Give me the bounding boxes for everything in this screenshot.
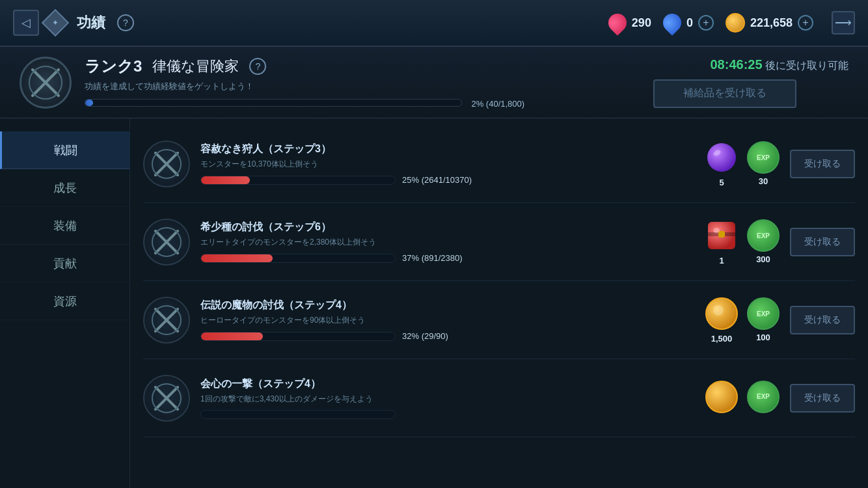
achievement-rewards-1: 5 EXP 30 <box>704 140 780 187</box>
reward-exp-icon-2: EXP <box>747 219 780 252</box>
gold-currency: 221,658 + <box>726 13 813 33</box>
receive-button-3[interactable]: 受け取る <box>790 306 855 334</box>
achievement-info-3: 伝説の魔物の討伐（ステップ4） ヒーロータイプのモンスターを90体以上倒そう 3… <box>200 299 694 341</box>
reward-exp-value-1: 30 <box>759 176 768 186</box>
svg-point-19 <box>713 305 724 316</box>
header: ◁ ✦ 功績 ? 290 0 + 221,658 + <box>0 0 868 47</box>
add-blue-gem-button[interactable]: + <box>698 15 714 31</box>
help-button[interactable]: ? <box>117 14 134 31</box>
progress-text-2: 37% (891/2380) <box>402 253 463 263</box>
diamond-icon: ✦ <box>42 9 69 36</box>
exit-button[interactable]: ⟶ <box>832 11 855 34</box>
rank-banner: ランク3 律儀な冒険家 ? 功績を達成して功績経験値をゲットしよう！ 2% (4… <box>0 47 868 118</box>
page-title: 功績 <box>77 13 105 33</box>
receive-label-3: 受け取る <box>804 314 841 326</box>
back-button[interactable]: ◁ <box>13 10 39 36</box>
add-gold-button[interactable]: + <box>798 15 813 31</box>
rank-timer: 08:46:25 後に受け取り可能 <box>653 57 848 73</box>
timer-value: 08:46:25 <box>710 57 762 72</box>
rank-progress-text: 2% (40/1,800) <box>471 99 524 109</box>
pink-gem-value: 290 <box>632 16 651 30</box>
achievement-title-1: 容赦なき狩人（ステップ3） <box>200 142 694 156</box>
reward-gem-1: 5 <box>704 140 739 187</box>
sidebar-equip-label: 装備 <box>53 218 77 234</box>
receive-button-1[interactable]: 受け取る <box>790 150 855 178</box>
sidebar-item-resource[interactable]: 資源 <box>0 282 129 320</box>
achievement-desc-1: モンスターを10,370体以上倒そう <box>200 159 694 170</box>
reward-chest-icon-2 <box>704 218 739 253</box>
achievement-row-2: 希少種の討伐（ステップ6） エリートタイプのモンスターを2,380体以上倒そう … <box>143 203 855 281</box>
svg-rect-13 <box>718 231 725 237</box>
header-currency: 290 0 + 221,658 + ⟶ <box>608 11 855 34</box>
sidebar-combat-label: 戦闘 <box>54 142 77 158</box>
receive-label-2: 受け取る <box>804 236 841 248</box>
reward-coin-value-3: 1,500 <box>711 334 733 344</box>
svg-point-14 <box>713 228 720 233</box>
receive-button-4[interactable]: 受け取る <box>790 384 855 413</box>
swords-icon-4 <box>150 382 183 414</box>
receive-button-2[interactable]: 受け取る <box>790 228 855 256</box>
sidebar-item-equip[interactable]: 装備 <box>0 207 129 245</box>
achievement-row-4: 会心の一撃（ステップ4） 1回の攻撃で敵に3,430以上のダメージを与えよう <box>143 359 855 437</box>
progress-bar-4 <box>200 410 396 419</box>
reward-exp-2: EXP 300 <box>747 219 780 264</box>
reward-chest-2: 1 <box>704 218 739 265</box>
achievement-title-3: 伝説の魔物の討伐（ステップ4） <box>200 299 694 312</box>
header-left: ◁ ✦ 功績 ? <box>13 10 134 36</box>
reward-exp-4: EXP <box>747 381 780 416</box>
progress-fill-2 <box>201 254 273 262</box>
reward-coin-4 <box>704 379 739 417</box>
rank-subtitle: 功績を達成して功績経験値をゲットしよう！ <box>85 81 640 92</box>
reward-gem-icon-1 <box>704 140 739 175</box>
blue-gem-currency: 0 + <box>663 14 714 32</box>
rank-help-button[interactable]: ? <box>249 58 266 75</box>
gold-value: 221,658 <box>750 16 793 30</box>
help-icon: ? <box>123 18 128 28</box>
main-content: 戦闘 成長 装備 貢献 資源 容赦なき狩人（ステップ3） <box>0 118 868 488</box>
progress-bar-3 <box>200 332 396 341</box>
reward-coin-3: 1,500 <box>704 296 739 344</box>
achievement-rewards-2: 1 EXP 300 <box>704 218 780 265</box>
gold-coin-icon <box>726 13 745 33</box>
rank-name: 律儀な冒険家 <box>152 57 239 76</box>
reward-exp-icon-4: EXP <box>747 381 780 413</box>
achievement-emblem-4 <box>143 375 190 422</box>
svg-point-23 <box>706 381 737 413</box>
achievement-emblem-2 <box>143 219 190 265</box>
reward-exp-1: EXP 30 <box>747 141 780 186</box>
reward-exp-value-2: 300 <box>756 254 770 264</box>
achievement-desc-2: エリートタイプのモンスターを2,380体以上倒そう <box>200 237 694 248</box>
rank-label: ランク3 <box>85 56 142 77</box>
claim-label: 補給品を受け取る <box>683 87 766 100</box>
swords-icon-1 <box>150 148 183 180</box>
achievement-emblem-1 <box>143 141 190 187</box>
achievement-info-2: 希少種の討伐（ステップ6） エリートタイプのモンスターを2,380体以上倒そう … <box>200 221 694 263</box>
achievement-title-2: 希少種の討伐（ステップ6） <box>200 221 694 234</box>
plus-icon: + <box>802 17 808 29</box>
reward-exp-icon-1: EXP <box>747 141 780 174</box>
progress-bar-2 <box>200 254 396 263</box>
progress-bar-1 <box>200 176 396 185</box>
sidebar-contrib-label: 貢献 <box>53 256 77 271</box>
achievement-emblem-3 <box>143 297 190 344</box>
rank-right: 08:46:25 後に受け取り可能 補給品を受け取る <box>653 57 848 108</box>
progress-bar-container-2: 37% (891/2380) <box>200 253 694 263</box>
rank-title-row: ランク3 律儀な冒険家 ? <box>85 56 640 77</box>
achievement-rewards-4: EXP <box>704 379 780 417</box>
sidebar-item-contrib[interactable]: 貢献 <box>0 245 129 282</box>
swords-icon-3 <box>150 304 183 336</box>
achievement-info-1: 容赦なき狩人（ステップ3） モンスターを10,370体以上倒そう 25% (26… <box>200 142 694 185</box>
rank-progress-fill <box>85 100 93 106</box>
reward-chest-value-2: 1 <box>719 256 724 265</box>
progress-fill-1 <box>201 176 250 184</box>
achievement-info-4: 会心の一撃（ステップ4） 1回の攻撃で敵に3,430以上のダメージを与えよう <box>200 377 694 419</box>
rank-progress-bar <box>85 99 462 107</box>
sidebar-item-growth[interactable]: 成長 <box>0 169 129 207</box>
achievement-list: 容赦なき狩人（ステップ3） モンスターを10,370体以上倒そう 25% (26… <box>130 118 868 488</box>
achievement-row-3: 伝説の魔物の討伐（ステップ4） ヒーロータイプのモンスターを90体以上倒そう 3… <box>143 281 855 359</box>
achievement-desc-3: ヒーロータイプのモンスターを90体以上倒そう <box>200 315 694 326</box>
reward-exp-value-3: 100 <box>756 332 770 342</box>
sidebar-item-combat[interactable]: 戦闘 <box>0 131 129 169</box>
achievement-rewards-3: 1,500 EXP 100 <box>704 296 780 344</box>
rank-emblem-svg <box>26 63 65 102</box>
